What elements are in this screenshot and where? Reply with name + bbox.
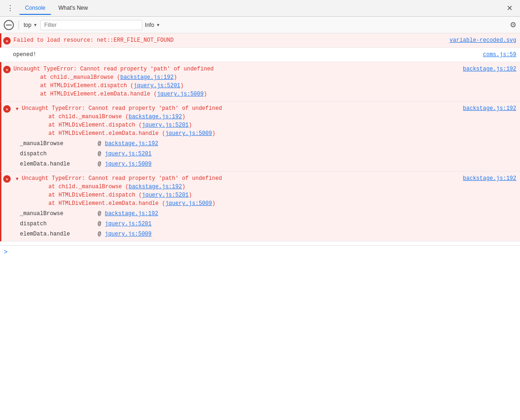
log-stack-line: at HTMLDivElement.elemData.handle (jquer…	[22, 199, 459, 208]
menu-dots-button[interactable]: ⋮	[4, 2, 18, 15]
log-message: Uncaught TypeError: Cannot read property…	[22, 174, 459, 183]
tab-whats-new[interactable]: What's New	[53, 2, 94, 15]
expand-at: @	[98, 161, 101, 167]
expand-link[interactable]: jquery.js:5009	[105, 231, 152, 237]
expand-at: @	[98, 210, 101, 217]
log-message: Uncaught TypeError: Cannot read property…	[22, 104, 459, 113]
log-entry-error-4: ✕ ▼ Uncaught TypeError: Cannot read prop…	[0, 172, 520, 242]
expand-triangle-icon[interactable]: ▼	[13, 175, 21, 183]
log-source[interactable]: coms.js:59	[483, 51, 516, 58]
error-icon: ✕	[3, 66, 11, 73]
error-icon: ✕	[3, 105, 11, 113]
expand-link[interactable]: backstage.js:192	[105, 210, 158, 217]
expand-link[interactable]: jquery.js:5201	[105, 151, 152, 157]
log-row: opened! coms.js:59	[0, 50, 520, 60]
log-row: ✕ ▼ Uncaught TypeError: Cannot read prop…	[1, 103, 520, 139]
expand-label: elemData.handle	[20, 161, 94, 167]
stack-link[interactable]: jquery.js:5201	[142, 192, 189, 198]
stack-link[interactable]: backstage.js:192	[120, 74, 173, 81]
log-stack-line: at HTMLDivElement.dispatch (jquery.js:52…	[22, 121, 459, 129]
context-dropdown[interactable]: top ▼	[24, 22, 38, 28]
toolbar-divider	[19, 20, 19, 30]
expand-label: _manualBrowse	[20, 210, 94, 217]
log-stack-line: at HTMLDivElement.dispatch (jquery.js:52…	[13, 82, 459, 90]
log-stack-line: at child._manualBrowse (backstage.js:192…	[13, 73, 459, 82]
log-source[interactable]: variable-recoded.svg	[450, 36, 516, 44]
log-stack-line: at child._manualBrowse (backstage.js:192…	[22, 113, 459, 121]
expand-row-3: elemData.handle @ jquery.js:5009	[1, 159, 520, 169]
level-dropdown[interactable]: Info ▼	[145, 22, 160, 28]
log-source[interactable]: backstage.js:192	[463, 65, 516, 72]
expand-row-3: elemData.handle @ jquery.js:5009	[1, 229, 520, 239]
no-entry-icon	[6, 25, 12, 25]
expand-triangle-icon[interactable]: ▼	[13, 105, 21, 113]
expand-label: dispatch	[20, 151, 94, 157]
expand-row-2: dispatch @ jquery.js:5201	[1, 219, 520, 229]
expand-label: elemData.handle	[20, 231, 94, 237]
log-stack-line: at HTMLDivElement.elemData.handle (jquer…	[22, 129, 459, 138]
log-stack-line: at HTMLDivElement.elemData.handle (jquer…	[13, 90, 459, 98]
log-row: ✕ Uncaught TypeError: Cannot read proper…	[1, 64, 520, 99]
tab-console[interactable]: Console	[19, 2, 51, 15]
level-label: Info	[145, 22, 154, 28]
prompt-arrow-icon: >	[4, 248, 7, 256]
stack-link[interactable]: jquery.js:5009	[157, 91, 204, 97]
expand-at: @	[98, 151, 101, 157]
toolbar: top ▼ Info ▼ ⚙	[0, 17, 520, 33]
expand-link[interactable]: backstage.js:192	[105, 140, 158, 147]
expand-label: dispatch	[20, 221, 94, 227]
log-entry-error-3: ✕ ▼ Uncaught TypeError: Cannot read prop…	[0, 102, 520, 172]
close-button[interactable]: ✕	[503, 2, 516, 14]
stack-link[interactable]: backstage.js:192	[128, 114, 182, 120]
log-source[interactable]: backstage.js:192	[463, 104, 516, 112]
log-entry-error-2: ✕ Uncaught TypeError: Cannot read proper…	[0, 62, 520, 102]
log-stack-line: at child._manualBrowse (backstage.js:192…	[22, 183, 459, 191]
expand-at: @	[98, 221, 101, 227]
expand-label: _manualBrowse	[20, 140, 94, 147]
log-message: Uncaught TypeError: Cannot read property…	[13, 65, 459, 73]
log-entry-error-1: ✕ Failed to load resource: net::ERR_FILE…	[0, 33, 520, 48]
console-prompt: >	[0, 245, 520, 259]
expand-at: @	[98, 231, 101, 237]
stack-link[interactable]: backstage.js:192	[128, 184, 182, 190]
expand-link[interactable]: jquery.js:5009	[105, 161, 152, 167]
console-output: ✕ Failed to load resource: net::ERR_FILE…	[0, 33, 520, 242]
filter-input[interactable]	[40, 20, 142, 30]
log-message: Failed to load resource: net::ERR_FILE_N…	[13, 36, 446, 45]
stack-link[interactable]: jquery.js:5201	[133, 83, 180, 89]
error-icon: ✕	[3, 175, 11, 183]
log-message: opened!	[13, 51, 479, 59]
top-bar: ⋮ Console What's New ✕	[0, 0, 520, 17]
log-source[interactable]: backstage.js:192	[463, 174, 516, 182]
stack-link[interactable]: jquery.js:5009	[165, 200, 212, 207]
log-stack-line: at HTMLDivElement.dispatch (jquery.js:52…	[22, 191, 459, 199]
log-row: ✕ ▼ Uncaught TypeError: Cannot read prop…	[1, 173, 520, 209]
stack-link[interactable]: jquery.js:5201	[142, 122, 189, 128]
clear-console-button[interactable]	[4, 20, 14, 30]
expand-at: @	[98, 140, 101, 147]
expand-row-1: _manualBrowse @ backstage.js:192	[1, 209, 520, 219]
error-icon: ✕	[3, 37, 11, 45]
stack-link[interactable]: jquery.js:5009	[165, 130, 212, 137]
log-entry-plain-1: opened! coms.js:59	[0, 48, 520, 62]
settings-button[interactable]: ⚙	[510, 20, 516, 29]
context-label: top	[24, 22, 32, 28]
log-row: ✕ Failed to load resource: net::ERR_FILE…	[1, 35, 520, 45]
expand-row-1: _manualBrowse @ backstage.js:192	[1, 139, 520, 149]
context-dropdown-arrow: ▼	[33, 23, 38, 27]
level-dropdown-arrow: ▼	[156, 23, 160, 27]
expand-row-2: dispatch @ jquery.js:5201	[1, 149, 520, 159]
expand-link[interactable]: jquery.js:5201	[105, 221, 152, 227]
